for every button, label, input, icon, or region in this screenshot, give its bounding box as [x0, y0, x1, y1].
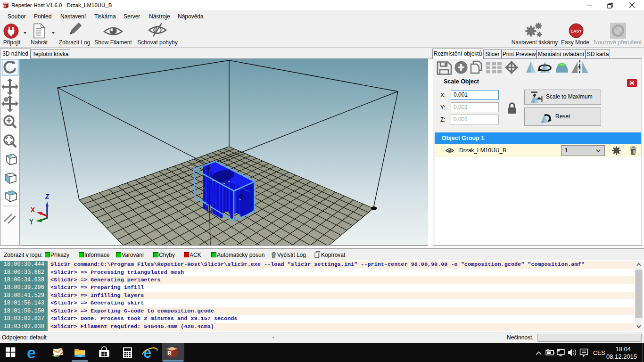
svg-text:EASY: EASY [570, 29, 581, 33]
svg-text:R: R [3, 4, 6, 8]
svg-text:CES: CES [593, 350, 605, 356]
svg-text:18:04: 18:04 [615, 346, 631, 353]
svg-text:R: R [168, 350, 172, 356]
svg-text:e: e [27, 344, 36, 362]
svg-text:e: e [143, 345, 151, 361]
svg-text:08.12.2015: 08.12.2015 [606, 353, 637, 360]
